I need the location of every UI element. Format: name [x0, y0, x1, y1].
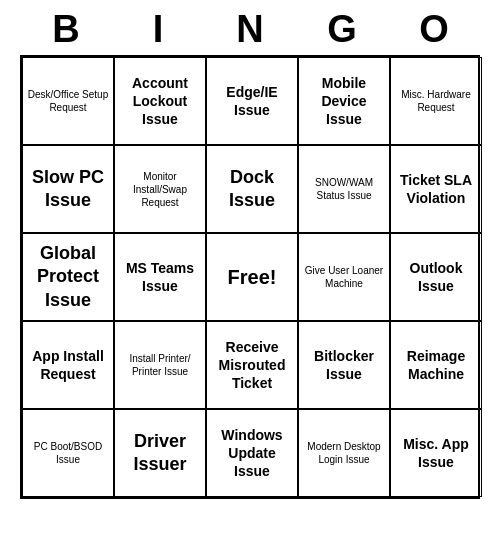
cell-r1-c4: Ticket SLA Violation [390, 145, 482, 233]
cell-r3-c4: Reimage Machine [390, 321, 482, 409]
cell-r0-c2: Edge/IE Issue [206, 57, 298, 145]
cell-r3-c1: Install Printer/ Printer Issue [114, 321, 206, 409]
cell-r1-c3: SNOW/WAM Status Issue [298, 145, 390, 233]
cell-r1-c0: Slow PC Issue [22, 145, 114, 233]
cell-r4-c1: Driver Issuer [114, 409, 206, 497]
cell-r0-c1: Account Lockout Issue [114, 57, 206, 145]
bingo-letter-b: B [22, 8, 110, 51]
cell-r4-c0: PC Boot/BSOD Issue [22, 409, 114, 497]
cell-r4-c2: Windows Update Issue [206, 409, 298, 497]
cell-r2-c1: MS Teams Issue [114, 233, 206, 321]
cell-r2-c4: Outlook Issue [390, 233, 482, 321]
cell-r0-c4: Misc. Hardware Request [390, 57, 482, 145]
cell-r2-c2: Free! [206, 233, 298, 321]
cell-r4-c3: Modern Desktop Login Issue [298, 409, 390, 497]
cell-r3-c0: App Install Request [22, 321, 114, 409]
cell-r1-c2: Dock Issue [206, 145, 298, 233]
bingo-letter-n: N [206, 8, 294, 51]
cell-r2-c0: Global Protect Issue [22, 233, 114, 321]
cell-r3-c3: Bitlocker Issue [298, 321, 390, 409]
cell-r0-c3: Mobile Device Issue [298, 57, 390, 145]
bingo-letter-g: G [298, 8, 386, 51]
bingo-letter-o: O [390, 8, 478, 51]
cell-r3-c2: Receive Misrouted Ticket [206, 321, 298, 409]
bingo-grid: Desk/Office Setup RequestAccount Lockout… [20, 55, 480, 499]
cell-r4-c4: Misc. App Issue [390, 409, 482, 497]
cell-r0-c0: Desk/Office Setup Request [22, 57, 114, 145]
bingo-letter-i: I [114, 8, 202, 51]
cell-r2-c3: Give User Loaner Machine [298, 233, 390, 321]
cell-r1-c1: Monitor Install/Swap Request [114, 145, 206, 233]
bingo-title: BINGO [20, 8, 480, 51]
